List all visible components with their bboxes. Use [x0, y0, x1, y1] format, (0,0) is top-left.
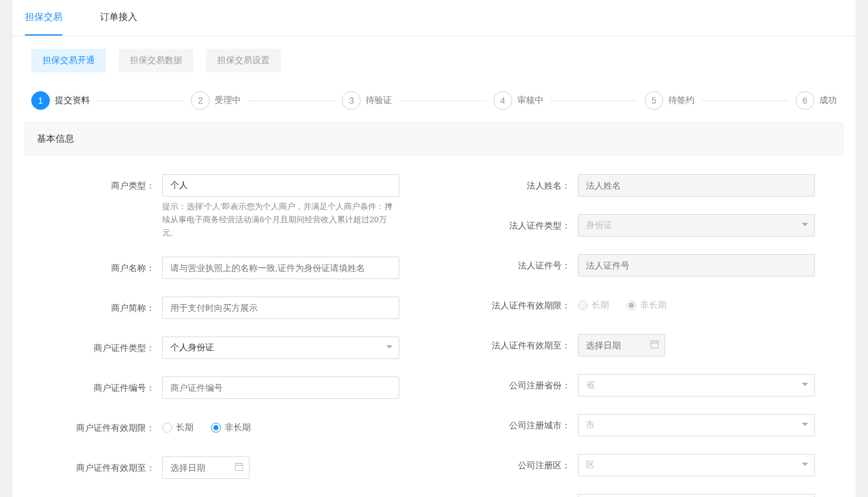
steps-bar: 1提交资料 2受理中 3待验证 4审核中 5待签约 6成功: [25, 79, 843, 122]
label-legal-name: 法人姓名：: [441, 174, 578, 197]
form-col-right: 法人姓名： 法人证件类型： 身份证 法人证件号：: [441, 174, 844, 497]
select-merchant-cert-type[interactable]: 个人身份证: [162, 337, 399, 359]
step-3: 3待验证: [342, 91, 392, 110]
label-merchant-cert-valid-term: 商户证件有效期限：: [25, 416, 162, 439]
label-district: 公司注册区：: [441, 454, 578, 476]
step-1: 1提交资料: [31, 91, 90, 110]
subtab-data[interactable]: 担保交易数据: [119, 49, 193, 72]
label-legal-cert-valid-term: 法人证件有效期限：: [441, 294, 578, 317]
top-tabs: 担保交易 订单接入: [12, 0, 856, 36]
form-col-left: 商户类型： 个人 提示：选择'个人'即表示您为个人商户，并满足个人商户条件：持续…: [25, 174, 428, 497]
step-6: 6成功: [796, 91, 837, 110]
label-province: 公司注册省份：: [441, 374, 578, 396]
label-city: 公司注册城市：: [441, 414, 578, 436]
label-merchant-short: 商户简称：: [25, 297, 162, 319]
label-merchant-type: 商户类型：: [25, 174, 162, 197]
label-merchant-cert-valid-until: 商户证件有效期至：: [25, 456, 162, 479]
label-merchant-name: 商户名称：: [25, 257, 162, 279]
tab-order-access[interactable]: 订单接入: [100, 0, 137, 36]
label-legal-cert-type: 法人证件类型：: [441, 214, 578, 237]
radio-legal-not-longterm: 非长期: [627, 300, 666, 311]
select-province[interactable]: 省: [578, 374, 815, 396]
radio-legal-longterm: 长期: [578, 300, 609, 311]
label-legal-cert-no: 法人证件号：: [441, 254, 578, 277]
label-merchant-cert-no: 商户证件编号：: [25, 376, 162, 399]
input-legal-cert-no: [578, 254, 815, 277]
step-5: 5待签约: [645, 91, 695, 110]
select-legal-cert-type: 身份证: [578, 214, 815, 237]
input-legal-cert-date: [578, 334, 665, 357]
input-address[interactable]: [578, 494, 815, 497]
tab-escrow[interactable]: 担保交易: [25, 0, 62, 36]
subtab-open[interactable]: 担保交易开通: [31, 49, 106, 72]
input-legal-name: [578, 174, 815, 197]
step-2: 2受理中: [191, 91, 241, 110]
step-4: 4审核中: [494, 91, 544, 110]
select-merchant-type[interactable]: 个人: [162, 174, 399, 197]
form-scroll-area[interactable]: 1提交资料 2受理中 3待验证 4审核中 5待签约 6成功 基本信息 商户类型：: [12, 79, 856, 497]
label-merchant-cert-type: 商户证件类型：: [25, 337, 162, 359]
select-district[interactable]: 区: [578, 454, 815, 476]
select-city[interactable]: 市: [578, 414, 815, 436]
input-merchant-cert-date[interactable]: [162, 456, 250, 479]
section-basic-info: 基本信息: [25, 122, 843, 155]
sub-tabs: 担保交易开通 担保交易数据 担保交易设置: [12, 49, 856, 79]
input-merchant-short[interactable]: [162, 297, 399, 319]
input-merchant-cert-no[interactable]: [162, 376, 399, 399]
subtab-settings[interactable]: 担保交易设置: [206, 49, 281, 72]
radio-merchant-not-longterm[interactable]: 非长期: [211, 422, 251, 433]
label-legal-cert-valid-until: 法人证件有效期至：: [441, 334, 578, 357]
hint-merchant-type: 提示：选择'个人'即表示您为个人商户，并满足个人商户条件：持续从事电子商务经营活…: [162, 200, 399, 239]
input-merchant-name[interactable]: [162, 257, 399, 279]
radio-merchant-longterm[interactable]: 长期: [162, 422, 193, 433]
label-address: 公司注册详细地址：: [441, 494, 578, 497]
